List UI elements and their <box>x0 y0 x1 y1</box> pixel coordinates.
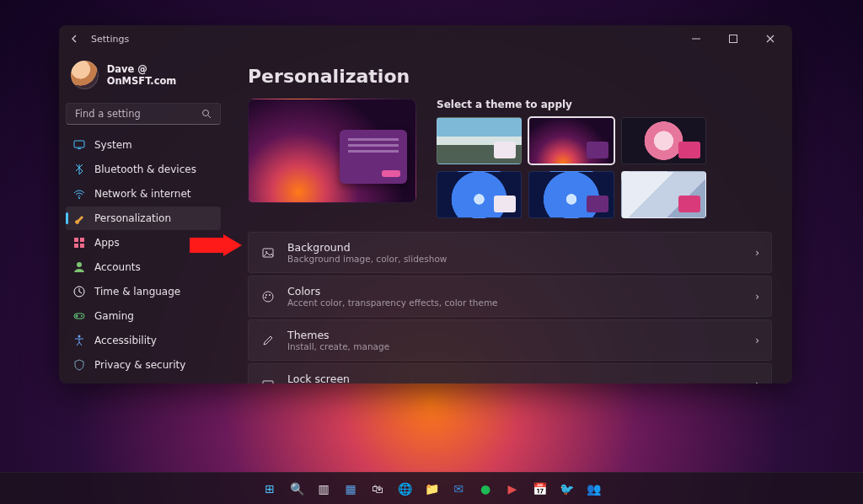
theme-option-sunrise[interactable] <box>621 171 706 218</box>
sidebar-item-bluetooth-devices[interactable]: Bluetooth & devices <box>66 158 221 181</box>
image-icon <box>260 245 276 260</box>
taskbar-edge-icon[interactable]: 🌐 <box>394 478 415 500</box>
sidebar-item-label: Network & internet <box>94 188 191 200</box>
row-title: Themes <box>287 329 743 341</box>
chevron-right-icon: › <box>755 291 759 303</box>
theme-option-captured-motion-light[interactable] <box>437 171 522 218</box>
taskbar-twitter-icon[interactable]: 🐦 <box>555 478 577 500</box>
svg-rect-7 <box>80 238 84 242</box>
themes-panel: Select a theme to apply <box>437 99 772 218</box>
sidebar-item-gaming[interactable]: Gaming <box>66 304 221 328</box>
nav-list: SystemBluetooth & devicesNetwork & inter… <box>66 133 221 383</box>
svg-point-19 <box>269 294 271 296</box>
lock-icon <box>260 377 276 384</box>
svg-point-18 <box>265 294 267 296</box>
back-button[interactable] <box>69 33 81 45</box>
sidebar-item-privacy-security[interactable]: Privacy & security <box>66 353 221 377</box>
taskbar-teams-icon[interactable]: 👥 <box>582 478 604 500</box>
theme-mini-window <box>587 142 608 158</box>
svg-rect-4 <box>78 148 81 149</box>
taskbar: ⊞🔍▥▦🛍🌐📁✉●▶📅🐦👥 <box>0 472 863 504</box>
theme-mini-window <box>587 196 608 212</box>
row-themes[interactable]: ThemesInstall, create, manage› <box>248 319 772 361</box>
sidebar-item-windows-update[interactable]: Windows Update <box>66 378 221 383</box>
monitor-icon <box>72 138 86 152</box>
taskbar-store-icon[interactable]: 🛍 <box>367 478 389 500</box>
brush-icon <box>72 212 86 225</box>
sidebar-item-label: Apps <box>94 237 120 249</box>
titlebar: Settings <box>59 25 792 52</box>
taskbar-search-icon[interactable]: 🔍 <box>286 478 308 500</box>
theme-option-glow[interactable] <box>621 117 706 164</box>
svg-rect-6 <box>74 238 78 242</box>
personalization-hero: Select a theme to apply <box>248 99 772 218</box>
theme-grid <box>437 117 706 218</box>
row-colors[interactable]: ColorsAccent color, transparency effects… <box>248 276 772 317</box>
pen-icon <box>260 333 276 348</box>
row-subtitle: Install, create, manage <box>287 341 743 351</box>
row-background[interactable]: BackgroundBackground image, color, slide… <box>248 232 772 273</box>
taskbar-explorer-icon[interactable]: 📁 <box>421 478 442 500</box>
sidebar-item-label: Accessibility <box>94 335 157 346</box>
back-arrow-icon <box>70 34 80 44</box>
row-subtitle: Background image, color, slideshow <box>287 254 743 264</box>
theme-mini-window <box>678 142 700 158</box>
chevron-right-icon: › <box>755 378 759 384</box>
shield-icon <box>72 358 86 372</box>
sidebar-item-accounts[interactable]: Accounts <box>66 255 221 279</box>
sidebar: Dave @ OnMSFT.com Find a setting SystemB… <box>59 52 228 383</box>
row-text: ThemesInstall, create, manage <box>287 329 743 351</box>
row-title: Lock screen <box>287 373 743 383</box>
taskbar-play-icon[interactable]: ▶ <box>501 478 523 500</box>
sidebar-item-network-internet[interactable]: Network & internet <box>66 182 221 206</box>
sidebar-item-label: Accounts <box>94 261 141 273</box>
page-title: Personalization <box>248 66 772 87</box>
avatar <box>71 61 99 89</box>
row-text: Lock screenLock screen images, apps, ani… <box>287 373 743 383</box>
sidebar-item-time-language[interactable]: Time & language <box>66 280 221 303</box>
themes-heading: Select a theme to apply <box>437 99 772 110</box>
theme-option-windows-dark[interactable] <box>528 117 614 164</box>
chevron-right-icon: › <box>755 335 759 346</box>
settings-rows: BackgroundBackground image, color, slide… <box>248 232 772 383</box>
minimize-button[interactable] <box>678 25 715 52</box>
desktop-preview[interactable] <box>248 99 416 203</box>
theme-option-captured-motion-dark[interactable] <box>528 171 614 218</box>
svg-rect-8 <box>74 244 78 248</box>
sidebar-item-label: Time & language <box>94 286 180 298</box>
svg-point-17 <box>263 292 273 302</box>
svg-rect-21 <box>263 381 273 384</box>
taskbar-widgets-icon[interactable]: ▦ <box>340 478 362 500</box>
sidebar-item-system[interactable]: System <box>66 133 221 157</box>
palette-icon <box>260 289 276 304</box>
theme-option-windows-light[interactable] <box>437 117 522 164</box>
taskbar-start-icon[interactable]: ⊞ <box>259 478 281 500</box>
maximize-button[interactable] <box>715 25 752 52</box>
close-button[interactable] <box>752 25 789 52</box>
sidebar-item-label: Bluetooth & devices <box>94 164 196 175</box>
close-icon <box>766 35 775 43</box>
sidebar-item-accessibility[interactable]: Accessibility <box>66 329 221 352</box>
row-text: ColorsAccent color, transparency effects… <box>287 285 743 308</box>
taskbar-mail-icon[interactable]: ✉ <box>448 478 469 500</box>
svg-rect-0 <box>692 39 700 40</box>
svg-rect-9 <box>80 244 84 248</box>
taskbar-spotify-icon[interactable]: ● <box>474 478 496 500</box>
row-lockscreen[interactable]: Lock screenLock screen images, apps, ani… <box>248 363 772 383</box>
taskbar-task-view-icon[interactable]: ▥ <box>313 478 335 500</box>
taskbar-calendar-icon[interactable]: 📅 <box>528 478 550 500</box>
sidebar-item-personalization[interactable]: Personalization <box>66 206 221 230</box>
update-icon <box>72 383 86 383</box>
search-input[interactable]: Find a setting <box>66 103 221 125</box>
settings-window: Settings Dave @ OnMSFT.com Find a settin… <box>59 25 792 383</box>
profile-block[interactable]: Dave @ OnMSFT.com <box>66 56 221 101</box>
sidebar-item-apps[interactable]: Apps <box>66 231 221 255</box>
chevron-right-icon: › <box>755 247 759 259</box>
bluetooth-icon <box>72 163 86 176</box>
sidebar-item-label: Privacy & security <box>94 359 185 371</box>
row-title: Colors <box>287 285 743 298</box>
grid-icon <box>72 236 86 249</box>
svg-point-14 <box>78 335 81 338</box>
window-controls <box>678 25 789 52</box>
theme-mini-window <box>494 196 516 212</box>
